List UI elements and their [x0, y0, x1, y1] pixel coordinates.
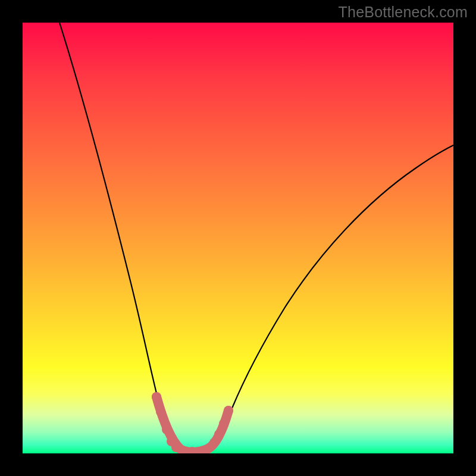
- plot-area: [23, 23, 453, 453]
- watermark-text: TheBottleneck.com: [339, 4, 468, 21]
- chart-frame: TheBottleneck.com: [0, 0, 476, 476]
- bottleneck-curve-left: [60, 23, 195, 452]
- curve-layer: [23, 23, 453, 453]
- bottleneck-curve-right: [195, 145, 453, 452]
